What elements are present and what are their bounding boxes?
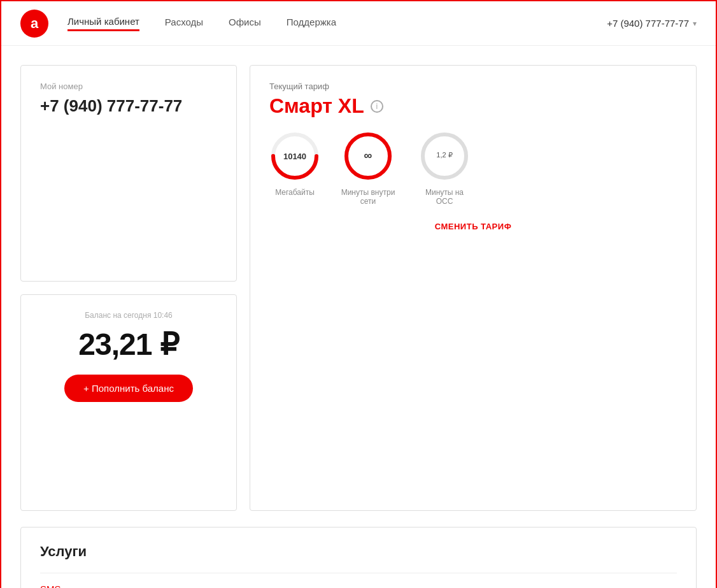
minutes-inner-label: Минуты внутри сети: [339, 188, 397, 206]
header: a Личный кабинет Расходы Офисы Поддержка…: [1, 1, 716, 46]
topup-button[interactable]: + Пополнить баланс: [64, 375, 193, 402]
logo[interactable]: a: [20, 10, 48, 38]
header-phone[interactable]: +7 (940) 777-77-77 ▾: [607, 18, 697, 29]
main-content: Мой номер +7 (940) 777-77-77 Баланс на с…: [1, 46, 716, 588]
tariff-name: Смарт XL i: [269, 94, 677, 118]
nav-item-support[interactable]: Поддержка: [287, 17, 336, 30]
right-column: Текущий тариф Смарт XL i 10140: [250, 65, 697, 511]
nav-item-cabinet[interactable]: Личный кабинет: [67, 16, 139, 31]
left-column: Мой номер +7 (940) 777-77-77 Баланс на с…: [20, 65, 237, 511]
service-info-sms: SMS Бесплатно: [40, 584, 78, 588]
info-icon[interactable]: i: [371, 100, 383, 113]
my-number-label: Мой номер: [40, 82, 217, 91]
my-number-card: Мой номер +7 (940) 777-77-77: [20, 65, 237, 282]
tariff-label: Текущий тариф: [269, 82, 677, 91]
service-name-sms: SMS: [40, 584, 78, 588]
tariff-name-text: Смарт XL: [269, 94, 364, 118]
nav-item-offices[interactable]: Офисы: [229, 17, 261, 30]
circle-megabytes: 10140 Мегабайты: [269, 131, 320, 206]
circle-minutes-inner: ∞ Минуты внутри сети: [339, 131, 397, 206]
circles-row: 10140 Мегабайты ∞ Минуты внутри сети: [269, 131, 677, 206]
minutes-occ-label: Минуты на ОСС: [416, 188, 473, 206]
nav-item-expenses[interactable]: Расходы: [165, 17, 203, 30]
balance-card: Баланс на сегодня 10:46 23,21 ₽ + Пополн…: [20, 294, 237, 511]
chevron-down-icon: ▾: [693, 19, 697, 28]
megabytes-label: Мегабайты: [275, 188, 315, 197]
balance-date: Баланс на сегодня 10:46: [85, 311, 173, 320]
change-tariff-button[interactable]: СМЕНИТЬ ТАРИФ: [269, 222, 677, 231]
my-number-value: +7 (940) 777-77-77: [40, 96, 217, 116]
svg-text:1,2 ₽: 1,2 ₽: [436, 151, 452, 159]
top-section: Мой номер +7 (940) 777-77-77 Баланс на с…: [20, 65, 697, 511]
services-title: Услуги: [40, 543, 677, 560]
tariff-card: Текущий тариф Смарт XL i 10140: [250, 65, 697, 511]
svg-text:∞: ∞: [364, 149, 373, 162]
minutes-inner-circle-svg: ∞: [343, 131, 394, 182]
circle-minutes-occ: 1,2 ₽ Минуты на ОСС: [416, 131, 473, 206]
header-phone-number: +7 (940) 777-77-77: [607, 18, 689, 29]
balance-amount: 23,21 ₽: [78, 326, 178, 362]
minutes-occ-circle-svg: 1,2 ₽: [419, 131, 470, 182]
nav: Личный кабинет Расходы Офисы Поддержка: [67, 16, 607, 31]
megabytes-circle-svg: 10140: [269, 131, 320, 182]
svg-text:10140: 10140: [283, 152, 306, 161]
service-row-sms: SMS Бесплатно Отключить: [40, 573, 677, 588]
services-card: Услуги SMS Бесплатно Отключить WhatsApp …: [20, 527, 697, 588]
